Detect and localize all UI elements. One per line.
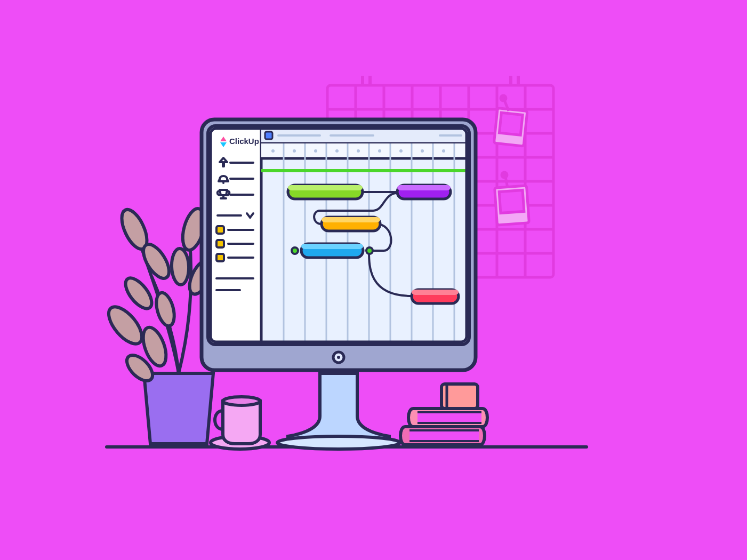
svg-point-70 bbox=[335, 149, 339, 153]
svg-rect-92 bbox=[301, 244, 363, 249]
svg-point-22 bbox=[501, 95, 506, 101]
gantt-bar[interactable] bbox=[322, 217, 380, 231]
svg-point-28 bbox=[139, 240, 174, 282]
svg-rect-20 bbox=[499, 113, 523, 135]
svg-point-67 bbox=[271, 149, 275, 153]
gantt-bar[interactable] bbox=[412, 290, 459, 303]
svg-rect-43 bbox=[211, 129, 261, 342]
svg-point-32 bbox=[171, 248, 189, 285]
milestone-dot[interactable] bbox=[366, 247, 373, 254]
svg-point-30 bbox=[153, 291, 178, 328]
toolbar-view-icon[interactable] bbox=[265, 132, 272, 139]
polaroid-top bbox=[494, 95, 527, 146]
svg-rect-52 bbox=[216, 226, 224, 234]
svg-point-26 bbox=[502, 172, 507, 178]
svg-point-46 bbox=[222, 182, 224, 184]
app-toolbar bbox=[261, 129, 467, 143]
app-screen: ClickUp bbox=[211, 129, 467, 342]
svg-rect-86 bbox=[288, 185, 363, 190]
app-sidebar: ClickUp bbox=[211, 129, 261, 342]
gantt-bar[interactable] bbox=[397, 185, 451, 199]
brand-name: ClickUp bbox=[229, 137, 259, 146]
svg-point-37 bbox=[277, 436, 400, 449]
svg-rect-56 bbox=[216, 254, 224, 261]
svg-point-75 bbox=[442, 149, 445, 153]
timeline-header bbox=[261, 143, 467, 158]
svg-rect-94 bbox=[412, 290, 459, 295]
svg-point-97 bbox=[223, 397, 260, 405]
coffee-mug bbox=[211, 397, 269, 449]
svg-rect-54 bbox=[216, 240, 224, 247]
illustration-root: ClickUp bbox=[0, 0, 747, 560]
svg-point-74 bbox=[421, 149, 424, 153]
svg-point-68 bbox=[293, 149, 296, 153]
svg-rect-88 bbox=[397, 185, 451, 190]
svg-point-73 bbox=[399, 149, 403, 153]
monitor: ClickUp bbox=[202, 119, 476, 370]
milestone-dot[interactable] bbox=[292, 247, 298, 254]
books bbox=[400, 384, 487, 445]
svg-point-69 bbox=[314, 149, 317, 153]
monitor-stand bbox=[277, 373, 400, 449]
svg-point-72 bbox=[378, 149, 381, 153]
svg-rect-98 bbox=[409, 430, 479, 441]
svg-rect-65 bbox=[261, 143, 467, 158]
svg-point-40 bbox=[337, 356, 340, 359]
svg-rect-24 bbox=[499, 190, 524, 213]
svg-point-71 bbox=[357, 149, 360, 153]
plant bbox=[103, 206, 216, 444]
svg-rect-101 bbox=[417, 412, 481, 423]
gantt-bar[interactable] bbox=[288, 185, 363, 199]
gantt-bar[interactable] bbox=[301, 244, 363, 258]
svg-rect-90 bbox=[322, 217, 380, 222]
